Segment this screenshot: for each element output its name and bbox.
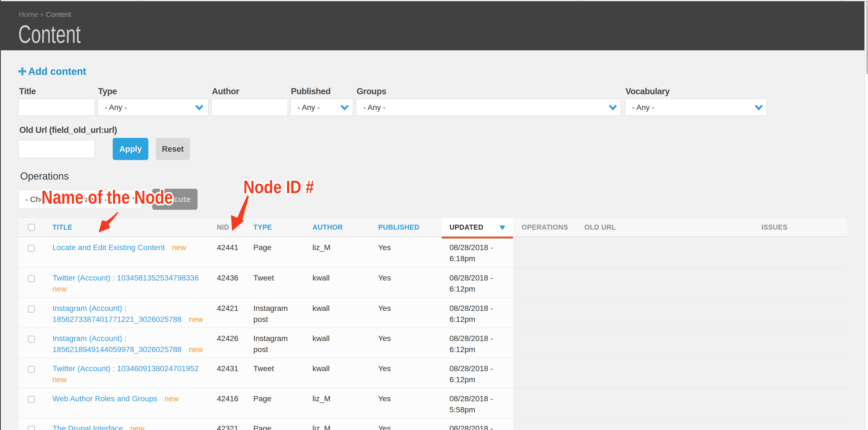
svg-text:Node ID #: Node ID # — [243, 177, 314, 197]
